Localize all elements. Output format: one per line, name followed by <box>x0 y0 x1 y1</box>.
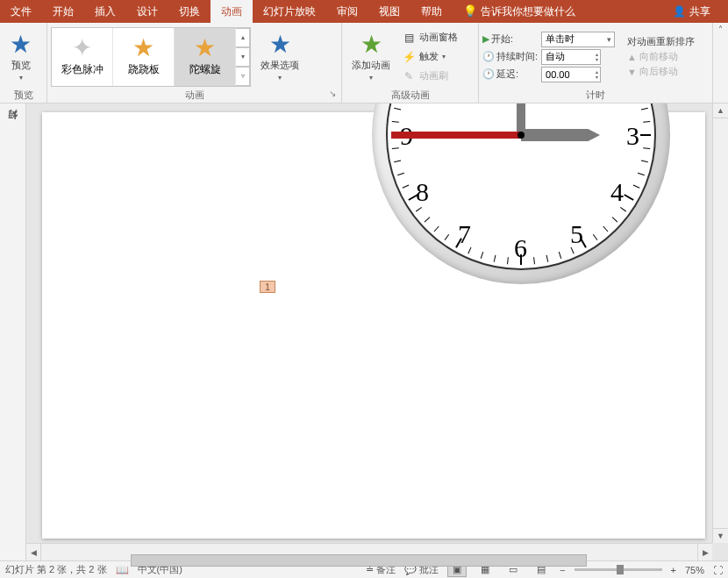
animation-painter-button: ✎动画刷 <box>400 68 460 83</box>
tab-home[interactable]: 开始 <box>42 0 84 23</box>
tab-animations[interactable]: 动画 <box>211 0 253 23</box>
preview-button[interactable]: ★ 预览 ▾ <box>4 30 38 84</box>
gallery-scroll-up[interactable]: ▴ <box>236 28 250 47</box>
animation-gallery: ✦ 彩色脉冲 ★ 跷跷板 ★ 陀螺旋 ▴ ▾ ▿ <box>51 27 251 87</box>
gallery-item-teeter[interactable]: ★ 跷跷板 <box>113 28 175 86</box>
start-select[interactable]: 单击时 <box>541 32 615 47</box>
chevron-down-icon: ▾ <box>19 74 23 82</box>
add-animation-label: 添加动画 <box>352 59 390 72</box>
share-button[interactable]: 👤 共享 <box>662 0 721 23</box>
effect-options-button[interactable]: ★ 效果选项 ▾ <box>254 30 305 84</box>
gallery-scroll: ▴ ▾ ▿ <box>236 28 250 86</box>
tab-file[interactable]: 文件 <box>0 0 42 23</box>
chevron-down-icon: ▾ <box>442 53 446 61</box>
trigger-label: 触发 <box>419 50 439 63</box>
tab-help[interactable]: 帮助 <box>410 0 453 23</box>
clock-num-5: 5 <box>570 219 583 249</box>
gallery-label: 跷跷板 <box>128 62 160 77</box>
scroll-down-icon[interactable]: ▼ <box>713 528 728 543</box>
clock-num-3: 3 <box>626 121 639 151</box>
clock-shape[interactable]: 12 1 2 3 4 5 6 7 8 9 10 11 <box>372 103 670 284</box>
zoom-value[interactable]: 75% <box>685 565 704 575</box>
ribbon-collapse-button[interactable]: ˄ <box>712 23 728 103</box>
animation-pane-button[interactable]: ▤动画窗格 <box>400 30 460 45</box>
group-animation: ✦ 彩色脉冲 ★ 跷跷板 ★ 陀螺旋 ▴ ▾ ▿ ★ <box>47 23 342 103</box>
group-label-advanced: 高级动画 <box>346 89 475 103</box>
spellcheck-icon[interactable]: 📖 <box>116 564 129 576</box>
gallery-label: 彩色脉冲 <box>61 62 103 77</box>
tab-review[interactable]: 审阅 <box>326 0 368 23</box>
slide-canvas-area[interactable]: 12 1 2 3 4 5 6 7 8 9 10 11 <box>26 103 728 560</box>
chevron-down-icon: ▾ <box>369 74 373 82</box>
slide-counter[interactable]: 幻灯片 第 2 张，共 2 张 <box>5 563 107 576</box>
gallery-item-spin[interactable]: ★ 陀螺旋 <box>175 28 236 86</box>
gallery-label: 陀螺旋 <box>189 62 221 77</box>
second-hand[interactable] <box>391 132 521 139</box>
start-value: 单击时 <box>546 32 575 46</box>
painter-icon: ✎ <box>402 70 416 82</box>
scroll-right-icon[interactable]: ▶ <box>697 544 712 560</box>
group-label-animation: 动画↘ <box>51 89 338 103</box>
workspace: › 幻灯片 12 1 2 3 4 5 6 7 8 9 10 <box>0 103 728 560</box>
fit-to-window-button[interactable]: ⛶ <box>713 565 723 575</box>
group-label-preview: 预览 <box>4 89 43 103</box>
horizontal-scrollbar[interactable]: ◀ ▶ <box>26 543 712 560</box>
play-icon: ▶ <box>482 33 489 45</box>
clock-num-7: 7 <box>458 219 471 249</box>
clock-num-4: 4 <box>610 177 624 207</box>
outline-expand-icon[interactable]: › <box>11 109 14 118</box>
add-animation-icon: ★ <box>360 32 382 57</box>
star-icon: ★ <box>132 36 154 61</box>
reorder-title: 对动画重新排序 <box>627 35 695 48</box>
zoom-slider[interactable] <box>575 568 662 571</box>
tab-insert[interactable]: 插入 <box>84 0 126 23</box>
clock-num-6: 6 <box>514 233 527 263</box>
tab-slideshow[interactable]: 幻灯片放映 <box>253 0 326 23</box>
trigger-button[interactable]: ⚡触发 ▾ <box>400 49 460 64</box>
star-icon: ★ <box>194 36 216 61</box>
tab-transitions[interactable]: 切换 <box>168 0 211 23</box>
dialog-launcher-icon[interactable]: ↘ <box>329 89 336 98</box>
group-label-timing: 计时 <box>482 89 709 103</box>
tab-design[interactable]: 设计 <box>126 0 168 23</box>
group-preview: ★ 预览 ▾ 预览 <box>0 23 47 103</box>
scroll-up-icon[interactable]: ▲ <box>713 103 728 118</box>
share-icon: 👤 <box>673 0 686 23</box>
effect-options-label: 效果选项 <box>261 59 299 72</box>
vertical-scrollbar[interactable]: ▲ ▼ <box>712 103 728 543</box>
ribbon: ★ 预览 ▾ 预览 ✦ 彩色脉冲 ★ 跷跷板 ★ 陀螺旋 <box>0 23 728 103</box>
group-timing: ▶开始: 单击时 🕐持续时间: 自动 🕐延迟: 00.00 对动画重新排序 ▲向… <box>479 23 712 103</box>
clock-icon: 🕐 <box>482 51 495 62</box>
duration-label: 🕐持续时间: <box>482 50 538 63</box>
ribbon-tab-bar: 文件 开始 插入 设计 切换 动画 幻灯片放映 审阅 视图 帮助 💡 告诉我你想… <box>0 0 728 23</box>
zoom-knob[interactable] <box>617 565 624 574</box>
add-animation-button[interactable]: ★ 添加动画 ▾ <box>346 30 396 84</box>
tab-view[interactable]: 视图 <box>368 0 410 23</box>
animation-order-tag[interactable]: 1 <box>260 281 275 293</box>
slide[interactable]: 12 1 2 3 4 5 6 7 8 9 10 11 <box>42 112 705 539</box>
clock-pivot <box>517 132 525 139</box>
scroll-left-icon[interactable]: ◀ <box>26 544 41 560</box>
clock-num-8: 8 <box>416 177 429 207</box>
start-label: ▶开始: <box>482 32 538 46</box>
tell-me-search[interactable]: 💡 告诉我你想要做什么 <box>453 0 586 23</box>
outline-pane: › 幻灯片 <box>0 103 26 560</box>
animation-pane-label: 动画窗格 <box>419 31 458 44</box>
move-later-button: ▼向后移动 <box>627 65 695 78</box>
gallery-item-color-pulse[interactable]: ✦ 彩色脉冲 <box>52 28 113 86</box>
preview-icon: ★ <box>10 32 32 57</box>
scroll-thumb[interactable] <box>131 554 587 567</box>
delay-label: 🕐延迟: <box>482 68 538 81</box>
delay-value: 00.00 <box>546 69 570 80</box>
gallery-scroll-down[interactable]: ▾ <box>236 47 250 67</box>
group-advanced-animation: ★ 添加动画 ▾ ▤动画窗格 ⚡触发 ▾ ✎动画刷 高级动画 <box>342 23 479 103</box>
zoom-in-button[interactable]: + <box>671 565 676 575</box>
gallery-more[interactable]: ▿ <box>236 67 250 86</box>
star-icon: ✦ <box>72 36 92 61</box>
up-arrow-icon: ▲ <box>627 52 637 62</box>
clock-icon: 🕐 <box>482 68 495 80</box>
chevron-up-icon: ˄ <box>718 25 723 34</box>
delay-spinner[interactable]: 00.00 <box>541 67 601 82</box>
duration-spinner[interactable]: 自动 <box>541 49 601 65</box>
pane-icon: ▤ <box>402 32 416 44</box>
